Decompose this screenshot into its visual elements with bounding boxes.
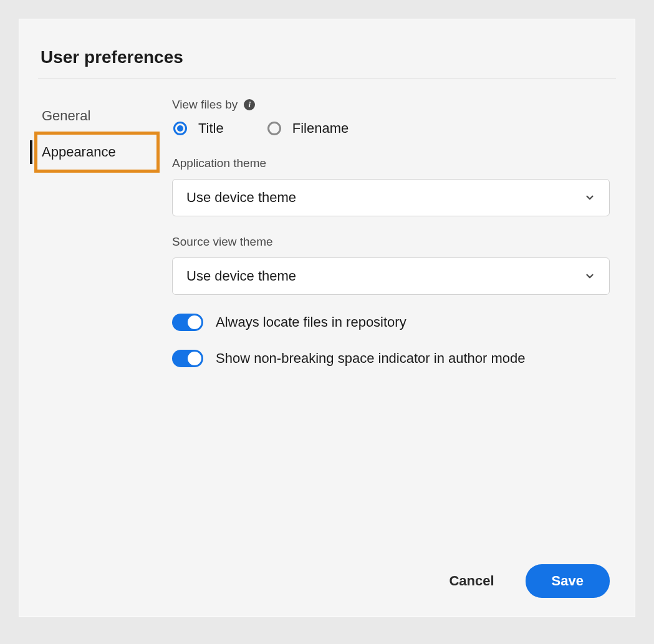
panel-body: General Appearance View files by i Title bbox=[38, 98, 616, 539]
chevron-down-icon bbox=[584, 271, 595, 282]
radio-label: Filename bbox=[292, 120, 349, 137]
toggle-always-locate[interactable] bbox=[172, 314, 203, 331]
content-area: View files by i Title Filename Applicati… bbox=[172, 98, 616, 539]
view-files-by-label: View files by i bbox=[172, 98, 610, 112]
sidebar-item-label: General bbox=[42, 108, 90, 123]
toggle-row-locate: Always locate files in repository bbox=[172, 314, 610, 331]
toggle-label: Show non-breaking space indicator in aut… bbox=[216, 350, 526, 367]
radio-option-title[interactable]: Title bbox=[173, 120, 224, 137]
view-files-by-radio-group: Title Filename bbox=[172, 120, 610, 137]
application-theme-select[interactable]: Use device theme bbox=[172, 179, 610, 216]
active-indicator bbox=[30, 140, 32, 164]
sidebar-item-appearance[interactable]: Appearance bbox=[38, 134, 153, 170]
source-view-theme-label: Source view theme bbox=[172, 235, 610, 249]
sidebar: General Appearance bbox=[38, 98, 153, 539]
toggle-nbsp-indicator[interactable] bbox=[172, 350, 203, 367]
select-value: Use device theme bbox=[186, 190, 296, 206]
divider bbox=[38, 79, 616, 79]
application-theme-label: Application theme bbox=[172, 156, 610, 170]
view-files-by-label-text: View files by bbox=[172, 98, 238, 112]
toggle-label: Always locate files in repository bbox=[216, 314, 406, 330]
radio-label: Title bbox=[198, 120, 224, 137]
info-icon[interactable]: i bbox=[244, 99, 255, 110]
radio-input-filename[interactable] bbox=[267, 122, 281, 135]
source-view-theme-select[interactable]: Use device theme bbox=[172, 257, 610, 295]
radio-option-filename[interactable]: Filename bbox=[267, 120, 349, 137]
radio-input-title[interactable] bbox=[173, 122, 187, 135]
footer: Cancel Save bbox=[38, 539, 616, 598]
user-preferences-panel: User preferences General Appearance View… bbox=[19, 19, 635, 617]
select-value: Use device theme bbox=[186, 268, 296, 284]
save-button[interactable]: Save bbox=[526, 564, 610, 598]
sidebar-item-general[interactable]: General bbox=[38, 98, 153, 134]
sidebar-item-label: Appearance bbox=[42, 144, 116, 160]
toggle-row-nbsp: Show non-breaking space indicator in aut… bbox=[172, 350, 610, 367]
chevron-down-icon bbox=[584, 192, 595, 203]
panel-title: User preferences bbox=[38, 47, 616, 67]
cancel-button[interactable]: Cancel bbox=[449, 573, 494, 589]
